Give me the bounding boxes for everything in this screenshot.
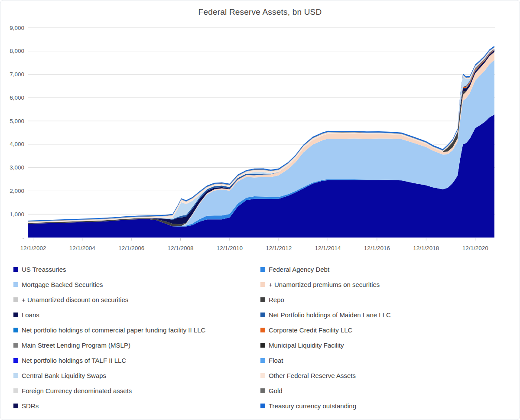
y-axis-label: 9,000 (10, 25, 24, 31)
legend-item-label: Net portfolio holdings of TALF II LLC (22, 357, 126, 364)
y-axis-label: 2,000 (10, 188, 24, 194)
x-axis-label: 12/1/2010 (217, 245, 243, 251)
legend-item-loans: Loans (13, 310, 260, 319)
y-axis-label: 1,000 (10, 211, 24, 218)
legend-item-label: Foreign Currency denominated assets (22, 387, 132, 394)
legend-swatch (260, 388, 265, 393)
legend-item-federal-agency-debt: Federal Agency Debt (260, 264, 512, 274)
legend-swatch (13, 343, 18, 348)
legend-item-label: + Unamortized discount on securities (22, 296, 128, 303)
legend-swatch (13, 313, 18, 317)
x-axis-label: 12/1/2016 (364, 245, 390, 251)
legend-swatch (13, 297, 18, 302)
legend-item-label: Float (269, 357, 283, 364)
y-axis-label: 7,000 (10, 71, 24, 78)
legend-item-label: Treasury currency outstanding (269, 402, 356, 410)
legend-swatch (13, 282, 18, 287)
legend-item-net-portfolio-holdings-of-talf-ii-llc: Net portfolio holdings of TALF II LLC (13, 355, 260, 365)
y-axis-label: 3,000 (10, 164, 24, 171)
legend-item-label: Municipal Liquidity Facility (269, 342, 344, 349)
legend-item-net-portfolio-holdings-of-maiden-lane-llc: Net Portfolio holdings of Maiden Lane LL… (260, 310, 512, 319)
legend-item-label: Gold (269, 387, 283, 394)
chart-legend: US TreassuriesFederal Agency DebtMortgag… (13, 264, 512, 410)
legend-item-label: Mortgage Backed Securities (22, 281, 103, 288)
legend-item-gold: Gold (260, 386, 512, 395)
legend-swatch (13, 388, 18, 393)
legend-swatch (260, 313, 265, 317)
legend-item-repo: Repo (260, 295, 512, 304)
legend-item-treasury-currency-outstanding: Treasury currency outstanding (260, 401, 512, 410)
legend-swatch (260, 282, 265, 287)
y-axis-label: 5,000 (10, 118, 24, 124)
legend-item-main-street-lending-program-mslp: Main Street Lending Program (MSLP) (13, 340, 260, 350)
legend-item-foreign-currency-denominated-assets: Foreign Currency denominated assets (13, 386, 260, 395)
legend-item-label: SDRs (22, 402, 39, 410)
legend-swatch (260, 267, 265, 272)
legend-item-unamortized-discount-on-securities: + Unamortized discount on securities (13, 295, 260, 304)
x-axis-label: 12/1/2014 (315, 245, 341, 251)
legend-swatch (13, 328, 18, 332)
legend-item-label: Loans (22, 311, 39, 319)
legend-item-label: Net portfolio holdings of commercial pap… (22, 326, 205, 334)
x-axis-label: 12/1/2004 (69, 245, 96, 251)
y-axis-label: 8,000 (10, 48, 24, 54)
y-axis-label: 6,000 (10, 94, 24, 101)
legend-item-label: Net Portfolio holdings of Maiden Lane LL… (269, 311, 391, 319)
legend-swatch (260, 328, 265, 332)
x-axis-label: 12/1/2018 (413, 245, 439, 251)
legend-swatch (260, 373, 265, 378)
legend-item-label: Corporate Credit Facility LLC (269, 326, 352, 334)
legend-swatch (13, 404, 18, 408)
legend-item-mortgage-backed-securities: Mortgage Backed Securities (13, 280, 260, 289)
x-axis-label: 12/1/2002 (20, 245, 46, 251)
x-axis-label: 12/1/2012 (266, 245, 292, 251)
legend-item-municipal-liquidity-facility: Municipal Liquidity Facility (260, 340, 512, 350)
legend-item-net-portfolio-holdings-of-commercial-paper-funding-facility-ii-llc: Net portfolio holdings of commercial pap… (13, 325, 260, 335)
legend-item-label: Other Federal Reserve Assets (269, 372, 356, 379)
legend-swatch (260, 297, 265, 302)
y-axis-label: - (23, 234, 25, 241)
x-axis-label: 12/1/2008 (167, 245, 193, 251)
legend-item-sdrs: SDRs (13, 401, 260, 410)
y-axis-label: 4,000 (10, 141, 24, 147)
legend-item-label: Repo (269, 296, 284, 303)
stacked-area-plot: 9,0008,0007,0006,0005,0004,0003,0002,000… (0, 0, 520, 260)
x-axis-label: 12/1/2020 (462, 245, 488, 251)
legend-item-label: Main Street Lending Program (MSLP) (22, 342, 130, 349)
legend-item-label: Federal Agency Debt (269, 266, 329, 273)
legend-item-corporate-credit-facility-llc: Corporate Credit Facility LLC (260, 325, 512, 335)
x-axis-label: 12/1/2006 (118, 245, 144, 251)
legend-item-central-bank-liquidity-swaps: Central Bank Liquidity Swaps (13, 371, 260, 380)
legend-item-label: US Treassuries (22, 266, 66, 273)
legend-swatch (260, 404, 265, 408)
legend-item-label: + Unamortized premiums on securities (269, 281, 380, 288)
legend-item-label: Central Bank Liquidity Swaps (22, 372, 106, 379)
legend-item-other-federal-reserve-assets: Other Federal Reserve Assets (260, 371, 512, 380)
legend-item-us-treassuries: US Treassuries (13, 264, 260, 274)
chart-container: Federal Reserve Assets, bn USD 9,0008,00… (0, 0, 520, 420)
legend-swatch (13, 373, 18, 378)
legend-swatch (260, 343, 265, 348)
legend-swatch (13, 358, 18, 363)
legend-item-float: Float (260, 355, 512, 365)
legend-item-unamortized-premiums-on-securities: + Unamortized premiums on securities (260, 280, 512, 289)
legend-swatch (260, 358, 265, 363)
legend-swatch (13, 267, 18, 272)
